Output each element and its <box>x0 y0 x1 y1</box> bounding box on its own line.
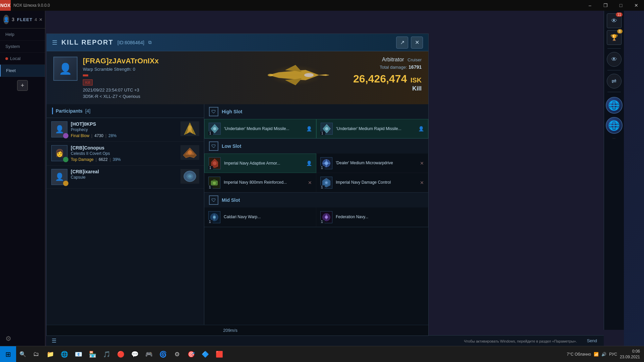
speed-bar: 209m/s <box>47 325 428 336</box>
minimize-button[interactable]: – <box>582 0 598 11</box>
slot-item-icon-0: 1 <box>209 123 221 135</box>
participant-ship-2: Capsule <box>71 175 177 180</box>
taskbar-app-11[interactable]: ⚙ <box>170 346 184 362</box>
close-button[interactable]: ✕ <box>629 0 644 11</box>
language-label: РУС <box>609 352 617 357</box>
slot-item[interactable]: 1 Caldari Navy Warp... <box>204 207 316 227</box>
clock-time: 0:06 <box>620 349 640 354</box>
taskbar-app-4[interactable]: 📧 <box>72 346 85 362</box>
mid-slot-icon: 🛡 <box>209 195 218 205</box>
slot-item[interactable]: 1 'Dealer' Medium Microwarpdrive ✕ <box>316 154 428 173</box>
start-button[interactable]: ⊞ <box>0 346 16 362</box>
slot-item-count-low-3: 1 <box>320 185 325 189</box>
sidebar-item-fleet[interactable]: Fleet <box>0 65 45 77</box>
system-clock: 0:06 23.09.2021 <box>620 349 640 360</box>
participant-pct-1: 39% <box>113 157 121 162</box>
taskbar-app-8[interactable]: 💬 <box>128 346 142 362</box>
mid-slot-section: 🛡 Mid Slot <box>204 193 428 227</box>
maximize-button[interactable]: □ <box>613 0 629 11</box>
slot-item-action-1[interactable]: 👤 <box>418 126 424 131</box>
participant-name-2: [CRB]ixareal <box>71 169 177 174</box>
slot-item-x-low-2[interactable]: ✕ <box>308 180 312 185</box>
copy-id-button[interactable]: ⧉ <box>148 40 152 45</box>
taskbar-app-10[interactable]: 🌀 <box>156 346 170 362</box>
taskbar: ⊞ 🔍 🗂 📁 🌐 📧 🏪 🎵 🔴 💬 🎮 🌀 ⚙ 🎯 🔷 🟥 7°C Обла… <box>0 346 644 362</box>
high-slot-header: 🛡 High Slot <box>204 104 428 119</box>
left-sidebar: 👤 3 FLEET 4 ✕ Help System Local Fleet + … <box>0 11 45 346</box>
player-avatar: 👤 <box>3 15 9 24</box>
taskbar-app-14[interactable]: 🟥 <box>213 346 226 362</box>
search-button[interactable]: 🔍 <box>17 346 28 362</box>
send-bar-icon[interactable]: ☰ <box>46 338 62 344</box>
close-kr-button[interactable]: ✕ <box>411 37 423 49</box>
slot-item[interactable]: 1 'Undertaker' Medium Rapid Missile... 👤 <box>204 119 316 138</box>
kr-menu-icon[interactable]: ☰ <box>52 39 57 46</box>
participant-stats-1: Top Damage | 6622 | 39% <box>71 157 177 162</box>
sidebar-item-local[interactable]: Local <box>0 53 45 65</box>
slot-item-name-low-2: Imperial Navy 800mm Reinforced... <box>224 180 305 185</box>
slot-item[interactable]: 1 Imperial Navy Damage Control ✕ <box>316 173 428 192</box>
participant-info-2: [CRB]ixareal Capsule <box>71 169 177 181</box>
send-button[interactable]: Send <box>580 338 604 343</box>
map-globe[interactable]: 🌐 <box>606 97 623 114</box>
views-button[interactable]: 👁 11 <box>607 13 622 28</box>
sidebar-item-help[interactable]: Help <box>0 28 45 41</box>
settings-button[interactable]: ⚙ <box>0 331 45 346</box>
kill-report-id: [ID:6086464] <box>117 40 144 45</box>
slot-item-count-low-1: 1 <box>320 166 325 170</box>
mid-slot-header: 🛡 Mid Slot <box>204 193 428 207</box>
participant-row[interactable]: 👩 [CRB]Conopus Celestis II Covert Ops To… <box>47 142 204 166</box>
participants-panel: Participants [4] 👤 [HOT]0KPS Prophecy Fi… <box>47 104 204 325</box>
taskbar-app-1[interactable]: 🗂 <box>30 346 43 362</box>
participant-row[interactable]: 👤 [CRB]ixareal Capsule <box>47 166 204 189</box>
title-bar: NOX NOX Шлюха 9.0.0.0 – ❐ □ ✕ <box>0 0 644 11</box>
taskbar-app-3[interactable]: 🌐 <box>58 346 71 362</box>
slot-item-icon-low-2: 1 <box>208 177 220 189</box>
participant-name-1: [CRB]Conopus <box>71 145 177 150</box>
app-icon: NOX <box>0 0 11 11</box>
slot-item-count-0: 1 <box>208 131 213 135</box>
add-channel-button[interactable]: + <box>17 80 28 91</box>
participants-count: [4] <box>85 108 91 114</box>
participant-damage-1: 6622 <box>99 157 108 162</box>
map-globe-2[interactable]: 🌐 <box>606 117 623 134</box>
taskbar-app-2[interactable]: 📁 <box>44 346 57 362</box>
weather-text: 7°C Облачно <box>567 352 591 357</box>
view-count-badge: 11 <box>616 12 622 17</box>
taskbar-app-9[interactable]: 🎮 <box>142 346 156 362</box>
kill-report-title: KILL REPORT <box>61 39 113 46</box>
taskbar-app-5[interactable]: 🏪 <box>86 346 99 362</box>
slot-item-name-mid-0: Caldari Navy Warp... <box>224 214 312 220</box>
participant-avatar-2: 👤 <box>51 169 67 185</box>
participant-row[interactable]: 👤 [HOT]0KPS Prophecy Final Blow | 4730 |… <box>47 118 204 142</box>
slot-item[interactable]: 1 'Undertaker' Medium Rapid Missile... 👤 <box>316 119 428 138</box>
share-button[interactable]: ↗ <box>396 37 408 49</box>
kill-report-panel: ☰ KILL REPORT [ID:6086464] ⧉ ↗ ✕ 👤 [FRAG… <box>46 34 429 336</box>
slot-item-icon-low-0: 1 <box>209 157 221 169</box>
panel-divider-3 <box>607 92 621 92</box>
participant-info-0: [HOT]0KPS Prophecy Final Blow | 4730 | 2… <box>71 121 177 138</box>
slot-item[interactable]: 1 Federation Navy... <box>316 207 428 227</box>
taskbar-app-7[interactable]: 🔴 <box>114 346 127 362</box>
sidebar-item-system[interactable]: System <box>0 41 45 53</box>
restore-button[interactable]: ❐ <box>598 0 613 11</box>
trophies-button[interactable]: 🏆 8 <box>607 30 622 45</box>
eye-button[interactable]: 👁 <box>607 52 622 67</box>
participant-type-1: Top Damage <box>71 157 94 162</box>
slot-item-action-low-0[interactable]: 👤 <box>306 161 312 166</box>
participants-header: Participants [4] <box>47 104 204 118</box>
participant-info-1: [CRB]Conopus Celestis II Covert Ops Top … <box>71 145 177 162</box>
navigate-button[interactable]: ⇌ <box>607 74 622 88</box>
right-panel: 👁 11 🏆 8 👁 ⇌ 🌐 🌐 ··· <box>604 11 624 330</box>
slot-item-x-low-1[interactable]: ✕ <box>420 161 424 166</box>
taskbar-app-12[interactable]: 🎯 <box>184 346 198 362</box>
slot-item-action-0[interactable]: 👤 <box>306 126 312 131</box>
slot-item-x-low-3[interactable]: ✕ <box>420 180 424 185</box>
taskbar-app-6[interactable]: 🎵 <box>100 346 113 362</box>
fleet-close-btn[interactable]: ✕ <box>39 17 43 22</box>
slot-item[interactable]: 1 Imperial Navy Adaptive Armor... 👤 <box>204 154 316 173</box>
panel-divider-2 <box>607 70 621 70</box>
slot-item[interactable]: 1 Imperial Navy 800mm Reinforced... ✕ <box>204 173 316 192</box>
kill-tag: Kill <box>83 79 93 85</box>
taskbar-app-13[interactable]: 🔷 <box>199 346 212 362</box>
